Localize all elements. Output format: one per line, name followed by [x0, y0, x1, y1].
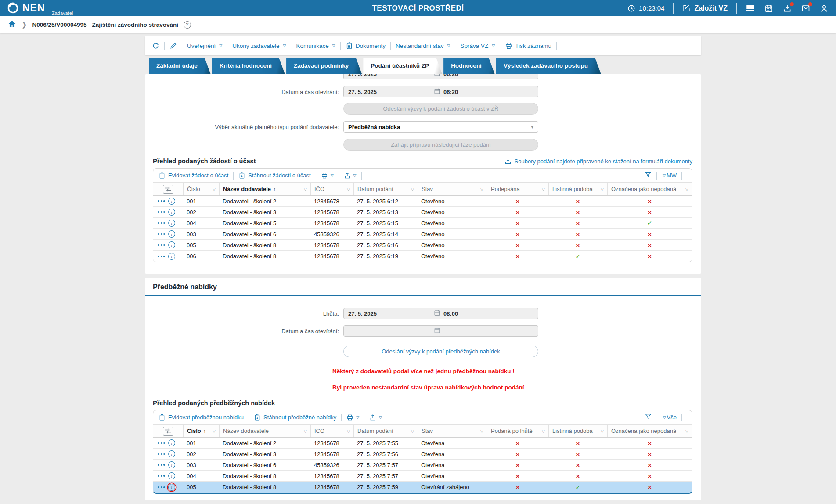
- filter-icon[interactable]: [644, 171, 652, 180]
- column-header[interactable]: Stav▽: [418, 183, 487, 195]
- deadline-field[interactable]: 27. 5. 2025 08:00: [343, 308, 538, 319]
- info-icon[interactable]: i: [168, 253, 175, 260]
- column-filter-icon[interactable]: ▽: [345, 187, 350, 191]
- row-menu-icon[interactable]: [158, 222, 165, 224]
- open-datetime-field-empty[interactable]: [343, 325, 538, 337]
- table-row[interactable]: i004Dodavatel - školení 81234567827. 5. …: [153, 471, 692, 482]
- column-chooser[interactable]: [153, 183, 183, 195]
- table-row[interactable]: i005Dodavatel - školení 81234567827. 5. …: [153, 240, 692, 251]
- table-row[interactable]: i005Dodavatel - školení 81234567827. 5. …: [153, 482, 692, 493]
- register-request-button[interactable]: Evidovat žádost o účast: [159, 172, 228, 179]
- breadcrumb-item[interactable]: N006/25/V00004995 - Zajištění závodního …: [32, 22, 178, 28]
- toolbar-item-komunikace[interactable]: Komunikace▽: [296, 43, 335, 49]
- column-filter-icon[interactable]: ▽: [684, 187, 688, 191]
- column-filter-icon[interactable]: ▽: [540, 187, 545, 191]
- column-filter-icon[interactable]: ▽: [211, 429, 216, 433]
- send-request-invitation-button[interactable]: Odeslání výzvy k podání žádosti o účast …: [343, 103, 538, 115]
- home-icon[interactable]: [8, 20, 16, 30]
- row-menu-icon[interactable]: [158, 211, 165, 213]
- column-header[interactable]: Označena jako nepodaná▽: [607, 183, 692, 195]
- download-requests-button[interactable]: Stáhnout žádosti o účast: [238, 172, 310, 179]
- column-header[interactable]: IČO▽: [310, 425, 353, 437]
- column-header[interactable]: Datum podání▽: [353, 425, 418, 437]
- filter-icon[interactable]: [645, 413, 652, 422]
- column-filter-icon[interactable]: ▽: [479, 187, 483, 191]
- row-menu-icon[interactable]: [158, 244, 165, 246]
- nen-logo[interactable]: NEN Zadavatel: [7, 2, 104, 14]
- table-row[interactable]: i003Dodavatel - školení 64535932627. 5. …: [153, 229, 692, 240]
- column-filter-icon[interactable]: ▽: [302, 429, 307, 433]
- register-preliminary-offer-button[interactable]: Evidovat předběžnou nabídku: [159, 414, 244, 421]
- filter-caret-icon[interactable]: ▽: [663, 173, 666, 178]
- messages-icon[interactable]: [801, 4, 811, 13]
- refresh-button[interactable]: [152, 42, 159, 50]
- calendar-icon[interactable]: [434, 88, 440, 96]
- column-header[interactable]: Stav▽: [418, 425, 487, 437]
- toolbar-item-ukony-zadavatele[interactable]: Úkony zadavatele▽: [232, 43, 286, 49]
- download-preliminary-offers-button[interactable]: Stáhnout předběžné nabídky: [254, 414, 336, 421]
- column-filter-icon[interactable]: ▽: [345, 429, 350, 433]
- toolbar-item-uverejneni[interactable]: Uveřejnění▽: [187, 43, 222, 49]
- column-header[interactable]: Název dodavatele▽: [219, 425, 310, 437]
- column-filter-icon[interactable]: ▽: [599, 429, 604, 433]
- edit-button[interactable]: [169, 42, 177, 50]
- column-filter-icon[interactable]: ▽: [211, 187, 216, 191]
- column-header[interactable]: Listinná podoba▽: [548, 183, 607, 195]
- tab-zadavaci-podminky[interactable]: Zadávací podmínky: [286, 58, 362, 74]
- send-preliminary-invitation-button[interactable]: Odeslání výzvy k podání předběžných nabí…: [343, 346, 538, 357]
- column-header[interactable]: Datum podání▽: [353, 183, 418, 195]
- start-next-phase-button[interactable]: Zahájit přípravu následující fáze podání: [343, 139, 538, 151]
- info-icon[interactable]: i: [168, 230, 175, 238]
- column-filter-icon[interactable]: ▽: [599, 187, 604, 191]
- info-icon[interactable]: i: [168, 439, 175, 446]
- close-icon[interactable]: ✕: [184, 21, 191, 29]
- column-filter-icon[interactable]: ▽: [684, 429, 688, 433]
- tab-podani-ucastniku-zp[interactable]: Podání účastníků ZP: [363, 58, 442, 74]
- table-row[interactable]: i004Dodavatel - školení 51234567827. 5. …: [153, 218, 692, 229]
- info-icon[interactable]: i: [168, 450, 175, 457]
- column-header[interactable]: Název dodavatele↑▽: [219, 183, 310, 195]
- column-header[interactable]: Číslo▽: [183, 183, 219, 195]
- toolbar-item-sprava-vz[interactable]: Správa VZ▽: [460, 43, 495, 49]
- row-menu-icon[interactable]: [158, 233, 165, 235]
- info-icon[interactable]: i: [168, 209, 175, 216]
- column-filter-icon[interactable]: ▽: [540, 429, 545, 433]
- table-row[interactable]: i002Dodavatel - školení 31234567827. 5. …: [153, 207, 692, 218]
- create-vz-button[interactable]: Založit VZ: [682, 4, 728, 12]
- filter-caret-icon[interactable]: ▽: [663, 415, 666, 420]
- row-menu-icon[interactable]: [158, 486, 165, 488]
- tab-zakladni-udaje[interactable]: Základní údaje: [149, 58, 211, 74]
- column-filter-icon[interactable]: ▽: [479, 429, 483, 433]
- tab-kriteria-hodnoceni[interactable]: Kritéria hodnocení: [212, 58, 285, 74]
- column-header[interactable]: Číslo↑▽: [183, 425, 219, 437]
- row-menu-icon[interactable]: [158, 256, 165, 257]
- column-header[interactable]: Označena jako nepodaná▽: [607, 425, 692, 437]
- toolbar-item-nestandardni-stav[interactable]: Nestandardní stav▽: [396, 43, 450, 49]
- user-icon[interactable]: [819, 4, 829, 13]
- column-filter-icon[interactable]: ▽: [409, 187, 414, 191]
- info-icon[interactable]: i: [168, 198, 175, 205]
- column-header[interactable]: Podepsána▽: [487, 183, 548, 195]
- column-chooser[interactable]: [153, 425, 183, 437]
- column-header[interactable]: Listinná podoba▽: [548, 425, 607, 437]
- column-filter-icon[interactable]: ▽: [409, 429, 414, 433]
- row-menu-icon[interactable]: [158, 200, 165, 202]
- clipped-datetime-field[interactable]: 27. 5. 2025 06:20: [343, 74, 538, 80]
- downloads-icon[interactable]: [782, 4, 792, 13]
- open-datetime-field[interactable]: 27. 5. 2025 06:20: [343, 86, 538, 97]
- row-menu-icon[interactable]: [158, 475, 165, 477]
- info-icon[interactable]: i: [168, 220, 175, 227]
- row-menu-icon[interactable]: [158, 442, 165, 444]
- toolbar-item-tisk-zaznamu[interactable]: Tisk záznamu: [505, 42, 551, 50]
- calendar-icon[interactable]: [764, 4, 774, 13]
- table-row[interactable]: i006Dodavatel - školení 81234567827. 5. …: [153, 251, 692, 262]
- export-button[interactable]: ▽: [369, 414, 382, 421]
- info-icon[interactable]: i: [168, 241, 175, 248]
- submission-type-select[interactable]: Předběžná nabídka ▾: [343, 121, 538, 133]
- column-header[interactable]: Podaná po lhůtě▽: [487, 425, 548, 437]
- submission-files-link[interactable]: Soubory podání najdete připravené ke sta…: [504, 158, 692, 165]
- info-icon[interactable]: i: [168, 484, 175, 491]
- info-icon[interactable]: i: [168, 461, 175, 468]
- menu-icon[interactable]: [746, 4, 755, 13]
- tab-vysledek-zadavaciho-postupu[interactable]: Výsledek zadávacího postupu: [496, 58, 601, 74]
